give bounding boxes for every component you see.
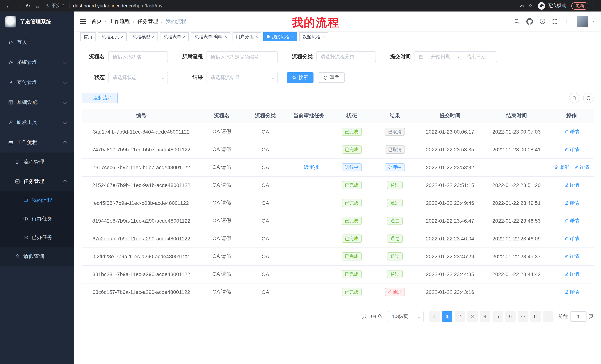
page-button-1[interactable]: 1 [442,311,452,322]
page-button-3[interactable]: 3 [467,311,478,322]
toggle-search-button[interactable] [569,93,580,103]
svg-text:T: T [565,19,568,24]
status-select[interactable]: 请选择状态 [109,72,168,83]
detail-link[interactable]: 详情 [564,289,579,295]
cancel-link[interactable]: 取消 [554,164,569,171]
result-select[interactable]: 请选择流结果 [207,72,278,83]
detail-link[interactable]: 详情 [564,128,579,135]
more-pages-button[interactable]: ··· [518,311,528,322]
breadcrumb-item[interactable]: 任务管理 [137,18,158,25]
refresh-table-button[interactable] [583,93,594,103]
reload-button[interactable]: ↻ [23,1,33,10]
process-category-select[interactable]: 请选择流程分类 [316,51,376,62]
page-button-5[interactable]: 5 [492,311,503,322]
breadcrumb-item[interactable]: 首页 [91,18,102,25]
home-button[interactable]: ⌂ [33,1,42,10]
tab-process-form-edit[interactable]: 流程表单-编辑× [191,32,230,41]
process-name-input[interactable] [112,54,164,59]
tab-start-process[interactable]: 发起流程× [299,32,328,41]
address-bar[interactable]: dashboard.yudao.iocoder.cn/bpm/task/my [73,3,162,9]
close-icon[interactable]: × [152,35,155,39]
detail-link[interactable]: 详情 [564,217,579,224]
filter-row-2: 状态 请选择状态 结果 请选择流结果 搜索 重置 [82,72,594,83]
sidebar-item-label: 系统管理 [17,59,38,66]
sidebar-item-my-process[interactable]: 我的流程 [0,191,74,210]
breadcrumb-item[interactable]: 工作流程 [109,18,130,25]
bookmark-star-icon[interactable]: ☆ [526,1,535,10]
security-chip[interactable]: ⚠ 不安全 [45,3,65,9]
detail-link[interactable]: 详情 [564,182,579,189]
tab-home[interactable]: 首页 [80,32,96,41]
detail-link[interactable]: 详情 [574,164,589,171]
close-icon[interactable]: × [225,35,227,39]
tab-process-model[interactable]: 流程模型× [129,32,158,41]
close-icon[interactable]: × [121,35,123,39]
close-icon[interactable]: × [183,35,186,39]
tab-label: 流程定义 [101,34,119,40]
page-button-11[interactable]: 11 [531,311,541,322]
detail-link[interactable]: 详情 [564,146,579,153]
user-avatar[interactable] [577,16,588,27]
tab-my-process[interactable]: 我的流程× [263,32,297,41]
forward-button[interactable]: → [13,1,23,10]
detail-link[interactable]: 详情 [564,271,579,278]
page-size-select[interactable]: 10条/页 [388,311,424,322]
search-icon[interactable] [514,18,520,25]
sidebar-item-payment[interactable]: ¥支付管理 [0,72,74,92]
sidebar-item-done-tasks[interactable]: 已办任务 [0,228,74,247]
page-button-6[interactable]: 6 [505,311,516,322]
sidebar-item-home[interactable]: 首页 [0,32,74,52]
table-row: 2152467e-7b9b-11ec-9a1b-acde48001122OA 请… [82,176,594,194]
page-size-value: 10条/页 [392,313,408,320]
reset-button[interactable]: 重置 [318,72,345,83]
sidebar-item-infrastructure[interactable]: 基础设施 [0,92,74,112]
incognito-badge[interactable]: 无痕模式 [538,2,566,10]
cell-current-task [288,212,330,230]
goto-page-input[interactable] [570,311,587,322]
page-button-2[interactable]: 2 [455,311,465,322]
back-button[interactable]: ← [4,1,13,10]
close-icon[interactable]: × [291,35,294,39]
start-process-button[interactable]: 发起流程 [82,93,118,103]
sidebar-item-workflow[interactable]: 工作流程 [0,133,74,153]
tab-label: 用户分组 [236,34,254,40]
key-icon[interactable] [517,1,526,10]
close-icon[interactable]: × [256,35,258,39]
help-icon[interactable]: ? [539,18,546,25]
update-button[interactable]: 更新 [571,2,588,10]
cell-category: OA [243,194,288,212]
cell-process-name: OA 请假 [201,283,243,301]
detail-link[interactable]: 详情 [564,200,579,206]
close-icon[interactable]: × [322,35,325,39]
sidebar-item-todo-tasks[interactable]: 待办任务 [0,210,74,228]
page-button-4[interactable]: 4 [480,311,490,322]
column-header: 操作 [549,109,594,123]
search-button[interactable]: 搜索 [287,72,313,83]
app-logo[interactable]: 芋道管理系统 [0,11,74,32]
next-page-button[interactable] [543,311,553,322]
github-icon[interactable] [526,18,533,25]
chevron-down-icon [63,161,67,164]
chevron-down-icon [63,61,67,64]
collapse-sidebar-icon[interactable] [80,18,86,25]
detail-link[interactable]: 详情 [564,253,579,260]
tab-user-group[interactable]: 用户分组× [232,32,261,41]
sidebar-item-devtools[interactable]: 研发工具 [0,112,74,133]
sidebar-item-process-management[interactable]: 流程管理 [0,153,74,172]
tab-process-form[interactable]: 流程表单× [160,32,189,41]
goto-unit: 页 [589,313,594,320]
sidebar-item-task-management[interactable]: 任务管理 [0,172,74,191]
avatar-caret-icon[interactable] [591,19,596,24]
submit-time-range-picker[interactable]: 开始日期 - 结束日期 [415,51,497,62]
tab-process-definition[interactable]: 流程定义× [98,32,127,41]
current-task-link[interactable]: 一级审批 [299,164,319,170]
prev-page-button[interactable] [429,311,440,322]
font-size-icon[interactable]: TT [564,18,571,25]
detail-link[interactable]: 详情 [564,235,579,242]
sidebar-item-leave-query[interactable]: 请假查询 [0,247,74,266]
fullscreen-icon[interactable] [552,18,558,24]
process-definition-input[interactable] [210,54,274,59]
browser-menu-icon[interactable]: ⋮ [591,3,597,9]
chevron-down-icon [418,315,421,318]
sidebar-item-system[interactable]: 系统管理 [0,52,74,72]
